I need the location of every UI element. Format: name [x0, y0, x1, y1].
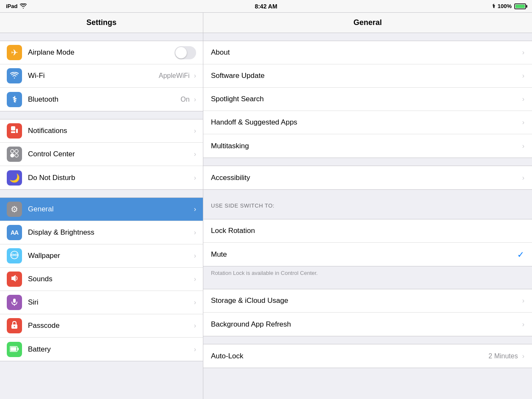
- sidebar-item-do-not-disturb[interactable]: 🌙 Do Not Disturb ›: [0, 166, 203, 189]
- sounds-icon-box: [7, 272, 22, 287]
- bluetooth-label: Bluetooth: [28, 95, 180, 104]
- mute-row[interactable]: Mute ✓: [203, 243, 532, 266]
- sidebar-item-control-center[interactable]: Control Center ›: [0, 143, 203, 166]
- multitasking-row[interactable]: Multitasking ›: [203, 134, 532, 158]
- about-chevron: ›: [522, 49, 524, 56]
- right-panel-title: General: [203, 13, 532, 33]
- battery-icon: [514, 3, 526, 9]
- general-icon: ⚙: [11, 204, 18, 214]
- side-switch-footer: Rotation Lock is available in Control Ce…: [203, 266, 532, 281]
- autolock-section: Auto-Lock 2 Minutes ›: [203, 344, 532, 368]
- auto-lock-label: Auto-Lock: [211, 352, 488, 360]
- wallpaper-icon: [10, 250, 19, 262]
- battery-row-icon: [10, 344, 19, 354]
- left-panel: Settings ✈ Airplane Mode: [0, 13, 203, 399]
- left-panel-title: Settings: [0, 13, 203, 33]
- sidebar-item-sounds[interactable]: Sounds ›: [0, 268, 203, 291]
- side-switch-group: USE SIDE SWITCH TO: Lock Rotation Mute ✓…: [203, 197, 532, 281]
- sidebar-item-wallpaper[interactable]: Wallpaper ›: [0, 244, 203, 268]
- handoff-label: Handoff & Suggested Apps: [211, 118, 521, 127]
- wifi-icon: [10, 71, 19, 81]
- top-settings-section: About › Software Update › Spotlight Sear…: [203, 41, 532, 158]
- auto-lock-value: 2 Minutes: [488, 352, 518, 360]
- sidebar-item-display[interactable]: AA Display & Brightness ›: [0, 221, 203, 244]
- svg-point-4: [15, 150, 18, 153]
- svg-rect-1: [11, 131, 15, 133]
- siri-chevron: ›: [194, 299, 196, 306]
- svg-rect-9: [13, 299, 16, 303]
- accessibility-row[interactable]: Accessibility ›: [203, 166, 532, 189]
- svg-point-5: [11, 154, 14, 157]
- passcode-label: Passcode: [28, 321, 192, 330]
- do-not-disturb-icon: 🌙: [9, 173, 20, 183]
- wifi-icon: [20, 3, 27, 10]
- general-chevron: ›: [194, 205, 196, 213]
- svg-rect-2: [16, 129, 18, 133]
- lock-rotation-label: Lock Rotation: [211, 227, 524, 235]
- accessibility-section: Accessibility ›: [203, 166, 532, 190]
- mute-checkmark: ✓: [517, 249, 524, 260]
- svg-rect-14: [18, 348, 19, 350]
- airplane-icon: ✈: [11, 47, 18, 58]
- sidebar-item-notifications[interactable]: Notifications ›: [0, 119, 203, 143]
- passcode-chevron: ›: [194, 322, 196, 330]
- sidebar-item-battery[interactable]: Battery ›: [0, 338, 203, 361]
- notifications-chevron: ›: [194, 127, 196, 135]
- wallpaper-icon-box: [7, 248, 22, 263]
- storage-chevron: ›: [522, 297, 524, 305]
- bluetooth-icon-box: ⚕: [7, 92, 22, 107]
- storage-icloud-row[interactable]: Storage & iCloud Usage ›: [203, 289, 532, 313]
- svg-point-6: [15, 154, 18, 157]
- toggle-thumb: [175, 47, 187, 58]
- battery-percentage: 100%: [498, 3, 512, 9]
- status-time: 8:42 AM: [255, 3, 277, 10]
- wallpaper-label: Wallpaper: [28, 252, 192, 260]
- lock-rotation-row[interactable]: Lock Rotation: [203, 219, 532, 243]
- passcode-icon-box: [7, 318, 22, 333]
- notifications-icon: [10, 125, 19, 137]
- more-section: ⚙ General › AA Display & Brightness ›: [0, 197, 203, 361]
- wallpaper-chevron: ›: [194, 252, 196, 260]
- battery-icon-box: [7, 342, 22, 357]
- sidebar-item-bluetooth[interactable]: ⚕ Bluetooth On ›: [0, 88, 203, 111]
- airplane-toggle[interactable]: [175, 46, 196, 59]
- sidebar-item-passcode[interactable]: Passcode ›: [0, 314, 203, 338]
- background-refresh-row[interactable]: Background App Refresh ›: [203, 313, 532, 336]
- display-icon-box: AA: [7, 225, 22, 240]
- software-update-chevron: ›: [522, 72, 524, 80]
- display-chevron: ›: [194, 229, 196, 236]
- software-update-label: Software Update: [211, 72, 521, 80]
- display-label: Display & Brightness: [28, 228, 192, 237]
- siri-icon: [10, 297, 19, 308]
- side-switch-section: Lock Rotation Mute ✓: [203, 219, 532, 266]
- spotlight-search-row[interactable]: Spotlight Search ›: [203, 88, 532, 111]
- svg-point-3: [11, 150, 14, 153]
- sidebar-item-wifi[interactable]: Wi-Fi AppleWiFi ›: [0, 64, 203, 88]
- handoff-row[interactable]: Handoff & Suggested Apps ›: [203, 111, 532, 134]
- notifications-icon-box: [7, 123, 22, 139]
- display-icon: AA: [11, 229, 18, 236]
- sidebar-item-siri[interactable]: Siri ›: [0, 291, 203, 314]
- side-switch-header: USE SIDE SWITCH TO:: [203, 197, 532, 211]
- do-not-disturb-label: Do Not Disturb: [28, 174, 192, 182]
- airplane-label: Airplane Mode: [28, 48, 175, 57]
- wifi-value: AppleWiFi: [159, 72, 190, 80]
- about-row[interactable]: About ›: [203, 41, 532, 64]
- wifi-icon-box: [7, 68, 22, 83]
- about-label: About: [211, 48, 521, 57]
- storage-icloud-label: Storage & iCloud Usage: [211, 296, 521, 305]
- sounds-icon: [10, 274, 19, 285]
- svg-point-12: [14, 326, 15, 327]
- auto-lock-row[interactable]: Auto-Lock 2 Minutes ›: [203, 344, 532, 368]
- sidebar-item-airplane-mode[interactable]: ✈ Airplane Mode: [0, 41, 203, 64]
- mute-label: Mute: [211, 250, 514, 259]
- background-refresh-chevron: ›: [522, 321, 524, 328]
- auto-lock-chevron: ›: [522, 352, 524, 360]
- status-right: ⚕ 100%: [492, 3, 526, 9]
- system-section: Notifications › Control Center ›: [0, 119, 203, 190]
- notifications-label: Notifications: [28, 127, 192, 135]
- software-update-row[interactable]: Software Update ›: [203, 64, 532, 88]
- multitasking-chevron: ›: [522, 142, 524, 150]
- control-center-label: Control Center: [28, 150, 192, 158]
- sidebar-item-general[interactable]: ⚙ General ›: [0, 198, 203, 221]
